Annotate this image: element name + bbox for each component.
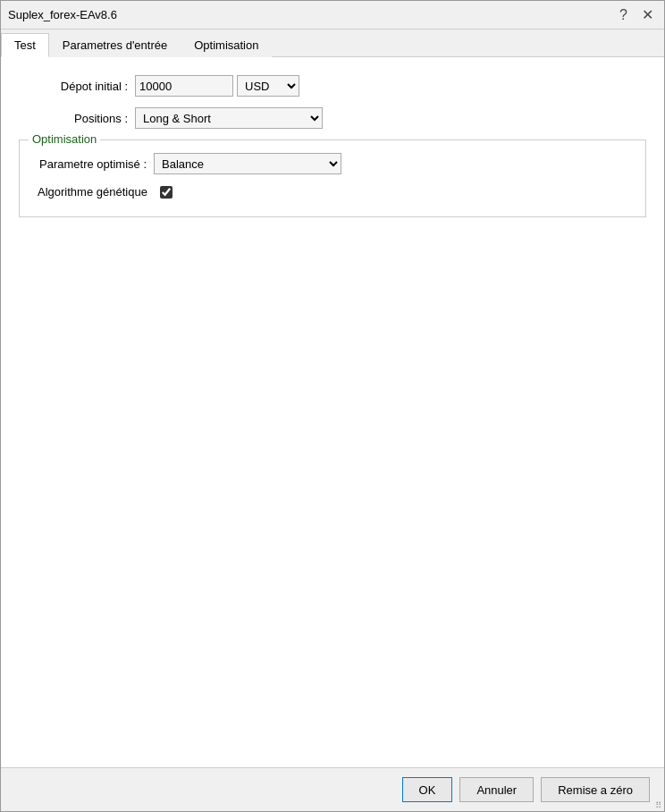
positions-controls: Long & Short Long only Short only <box>135 107 323 129</box>
positions-select[interactable]: Long & Short Long only Short only <box>135 107 323 129</box>
positions-label: Positions : <box>19 112 135 125</box>
currency-select[interactable]: USD EUR GBP <box>237 75 299 97</box>
close-button[interactable]: ✕ <box>638 8 657 22</box>
tab-test[interactable]: Test <box>1 33 49 57</box>
positions-row: Positions : Long & Short Long only Short… <box>19 107 646 129</box>
algorithme-label: Algorithme génétique <box>38 185 155 199</box>
parametre-select[interactable]: Balance Profit Drawdown <box>154 153 341 174</box>
annuler-button[interactable]: Annuler <box>459 777 534 802</box>
algorithme-checkbox[interactable] <box>160 186 173 199</box>
depot-input[interactable] <box>135 75 233 97</box>
optimisation-legend: Optimisation <box>29 132 100 146</box>
main-window: Suplex_forex-EAv8.6 ? ✕ Test Parametres … <box>0 0 665 812</box>
bottom-bar: OK Annuler Remise a zéro <box>1 767 664 811</box>
depot-label: Dépot initial : <box>19 80 135 93</box>
ok-button[interactable]: OK <box>402 777 453 802</box>
tab-bar: Test Parametres d'entrée Optimisation <box>1 30 664 57</box>
parametre-row: Parametre optimisé : Balance Profit Draw… <box>38 153 627 174</box>
optimisation-group: Optimisation Parametre optimisé : Balanc… <box>19 140 646 217</box>
remise-button[interactable]: Remise a zéro <box>541 777 650 802</box>
title-bar: Suplex_forex-EAv8.6 ? ✕ <box>1 1 664 30</box>
tab-optimisation[interactable]: Optimisation <box>181 33 272 57</box>
parametre-controls: Balance Profit Drawdown <box>154 153 341 174</box>
depot-row: Dépot initial : USD EUR GBP <box>19 75 646 97</box>
parametre-label: Parametre optimisé : <box>38 157 154 171</box>
resize-handle[interactable]: ⠿ <box>652 799 663 810</box>
content-area: Dépot initial : USD EUR GBP Positions : … <box>1 57 664 767</box>
window-title: Suplex_forex-EAv8.6 <box>8 8 117 21</box>
help-button[interactable]: ? <box>616 8 631 22</box>
tab-params[interactable]: Parametres d'entrée <box>49 33 181 57</box>
algorithme-row: Algorithme génétique <box>38 185 627 199</box>
depot-controls: USD EUR GBP <box>135 75 299 97</box>
window-controls: ? ✕ <box>616 8 657 22</box>
